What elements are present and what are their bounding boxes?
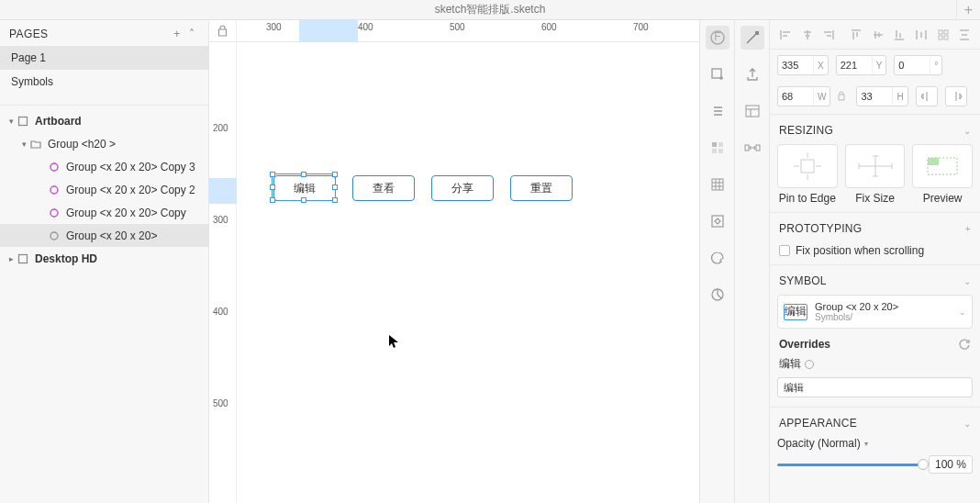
opacity-label[interactable]: Opacity (Normal)▾ xyxy=(777,437,973,450)
layer-symbol-instance[interactable]: Group <x 20 x 20> xyxy=(0,224,208,247)
fix-size-control[interactable] xyxy=(845,144,906,188)
distribute-v-icon[interactable] xyxy=(956,27,973,43)
new-tab-button[interactable]: + xyxy=(956,0,980,20)
disclosure-icon[interactable]: ▾ xyxy=(18,140,29,149)
y-field[interactable]: Y xyxy=(836,55,887,75)
page-item[interactable]: Page 1 xyxy=(0,46,208,70)
palette-icon[interactable] xyxy=(706,246,729,270)
ruler-selection-highlight xyxy=(209,178,237,204)
opacity-slider[interactable] xyxy=(777,464,923,466)
layer-symbol-instance[interactable]: Group <x 20 x 20> Copy 2 xyxy=(0,178,208,201)
export-icon[interactable] xyxy=(741,62,764,86)
svg-rect-1 xyxy=(19,254,28,263)
table-icon[interactable] xyxy=(706,173,729,196)
artboard-icon xyxy=(17,115,29,128)
symbol-icon xyxy=(48,229,61,242)
symbol-icon xyxy=(48,161,61,173)
reset-overrides-icon[interactable] xyxy=(958,338,971,351)
svg-rect-17 xyxy=(944,30,948,34)
appearance-header[interactable]: APPEARANCE⌄ xyxy=(770,409,980,433)
align-center-h-icon[interactable] xyxy=(799,27,816,43)
align-top-icon[interactable] xyxy=(848,27,864,43)
height-field[interactable]: H xyxy=(856,86,908,106)
fix-position-checkbox[interactable]: Fix position when scrolling xyxy=(770,239,980,263)
resize-preview xyxy=(912,144,973,188)
title-bar: sketch智能排版.sketch + xyxy=(0,0,980,20)
chevron-down-icon: ⌄ xyxy=(959,307,966,317)
canvas-button[interactable]: 查看 xyxy=(352,175,415,201)
distribute-h-icon[interactable] xyxy=(913,27,930,43)
overrides-header: Overrides xyxy=(779,338,958,351)
symbol-header[interactable]: SYMBOL⌄ xyxy=(770,267,980,291)
layer-symbol-instance[interactable]: Group <x 20 x 20> Copy xyxy=(0,201,208,224)
svg-text:F: F xyxy=(714,30,720,43)
prototyping-header[interactable]: PROTOTYPING+ xyxy=(770,215,980,239)
slider-knob[interactable] xyxy=(918,459,929,470)
inspector-panel: X Y ° W H RESIZING⌄ Pin to Edge Fix Size… xyxy=(769,20,980,503)
document-title: sketch智能排版.sketch xyxy=(0,2,980,17)
svg-rect-20 xyxy=(801,160,814,173)
vector-icon[interactable] xyxy=(741,26,764,50)
lock-aspect-icon[interactable] xyxy=(838,91,849,102)
ruler-horizontal[interactable]: 300 400 500 600 700 xyxy=(237,20,699,42)
align-left-icon[interactable] xyxy=(777,27,794,43)
svg-rect-10 xyxy=(712,216,723,227)
chevron-down-icon: ⌄ xyxy=(963,419,971,429)
distribute-grid-icon[interactable] xyxy=(935,27,952,43)
layout-icon[interactable] xyxy=(741,99,764,123)
layer-artboard[interactable]: ▸ Desktop HD xyxy=(0,247,208,270)
selection-box[interactable] xyxy=(272,173,336,201)
symbol-picker[interactable]: 编辑 Group <x 20 x 20> Symbols/ ⌄ xyxy=(777,295,973,329)
canvas-button[interactable]: 重置 xyxy=(510,175,573,201)
flip-vertical-icon[interactable] xyxy=(945,86,967,106)
svg-rect-16 xyxy=(939,30,942,34)
symbol-icon xyxy=(48,207,61,219)
svg-rect-0 xyxy=(19,117,28,125)
spacing-icon[interactable] xyxy=(741,136,764,160)
align-right-icon[interactable] xyxy=(820,27,837,43)
svg-rect-5 xyxy=(712,142,717,147)
chart-icon[interactable] xyxy=(706,283,729,307)
pin-to-edge-control[interactable] xyxy=(777,144,838,188)
canvas-area[interactable]: 300 400 500 600 700 200 300 400 500 编辑 查… xyxy=(209,20,699,503)
component-icon[interactable] xyxy=(706,209,729,233)
add-page-icon[interactable]: + xyxy=(170,28,184,40)
grid-icon[interactable] xyxy=(706,136,729,160)
override-link-icon[interactable] xyxy=(805,360,814,369)
tool-rail-right xyxy=(734,20,769,503)
canvas[interactable]: 编辑 查看 分享 重置 xyxy=(237,42,699,503)
symbol-thumbnail: 编辑 xyxy=(784,304,807,320)
canvas-button[interactable]: 分享 xyxy=(431,175,494,201)
resizing-header[interactable]: RESIZING⌄ xyxy=(770,117,980,140)
checkbox-icon[interactable] xyxy=(779,245,790,256)
x-field[interactable]: X xyxy=(777,55,829,75)
align-bottom-icon[interactable] xyxy=(891,27,908,43)
page-item[interactable]: Symbols xyxy=(0,70,208,94)
tool-rail-left: F xyxy=(699,20,734,503)
width-field[interactable]: W xyxy=(777,86,830,106)
collapse-pages-icon[interactable]: ˄ xyxy=(184,28,199,40)
layer-artboard[interactable]: ▾ Artboard xyxy=(0,109,208,132)
disclosure-icon[interactable]: ▸ xyxy=(6,254,17,263)
flip-horizontal-icon[interactable] xyxy=(916,86,938,106)
svg-rect-15 xyxy=(756,145,760,151)
align-center-v-icon[interactable] xyxy=(870,27,886,43)
insert-artboard-icon[interactable] xyxy=(706,62,729,86)
alignment-toolbar xyxy=(770,20,980,50)
plugin-icon[interactable]: F xyxy=(706,26,729,50)
rotation-field[interactable]: ° xyxy=(894,55,942,75)
opacity-value[interactable]: 100 % xyxy=(929,455,973,474)
add-icon[interactable]: + xyxy=(965,224,971,234)
disclosure-icon[interactable]: ▾ xyxy=(6,117,17,126)
list-icon[interactable] xyxy=(706,99,729,123)
lock-icon[interactable] xyxy=(209,20,237,42)
override-input[interactable] xyxy=(777,377,973,397)
svg-rect-4 xyxy=(712,69,721,78)
layer-group[interactable]: ▾ Group <h20 > xyxy=(0,132,208,155)
layers-panel: PAGES + ˄ Page 1 Symbols ▾ Artboard ▾ Gr… xyxy=(0,20,209,503)
layer-symbol-instance[interactable]: Group <x 20 x 20> Copy 3 xyxy=(0,155,208,178)
svg-rect-14 xyxy=(745,145,749,151)
svg-rect-12 xyxy=(755,31,759,35)
svg-rect-7 xyxy=(712,149,717,153)
ruler-vertical[interactable]: 200 300 400 500 xyxy=(209,42,237,503)
